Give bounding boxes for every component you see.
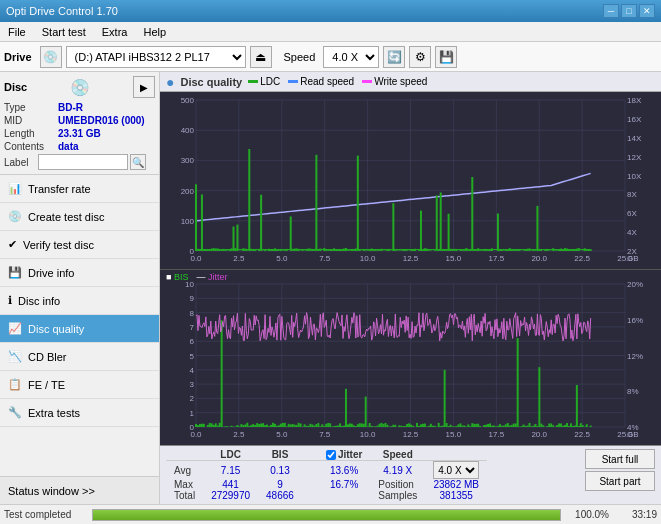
progress-pct: 100.0% — [569, 509, 609, 520]
label-btn[interactable]: 🔍 — [130, 154, 146, 170]
chart-legend: LDC Read speed Write speed — [248, 76, 427, 87]
disc-panel-icon: 💿 — [70, 78, 90, 97]
label-key: Label — [4, 157, 36, 168]
status-window-button[interactable]: Status window >> — [0, 476, 159, 504]
sidebar-item-cd-bler[interactable]: 📉 CD Bler — [0, 343, 159, 371]
bottom-chart: ■ BIS — Jitter — [160, 270, 661, 445]
menu-help[interactable]: Help — [139, 25, 170, 39]
sidebar-item-disc-quality[interactable]: 📈 Disc quality — [0, 315, 159, 343]
drive-icon-btn[interactable]: 💿 — [40, 46, 62, 68]
position-value: 23862 MB — [425, 479, 487, 490]
window-controls: ─ □ ✕ — [603, 4, 655, 18]
sidebar-item-verify-test-disc[interactable]: ✔ Verify test disc — [0, 231, 159, 259]
avg-label: Avg — [166, 461, 203, 480]
length-label: Length — [4, 128, 56, 139]
type-value: BD-R — [58, 102, 83, 113]
read-label: Read speed — [300, 76, 354, 87]
contents-label: Contents — [4, 141, 56, 152]
maximize-button[interactable]: □ — [621, 4, 637, 18]
disc-quality-label: Disc quality — [28, 323, 84, 335]
stats-table: LDC BIS Jitter Speed — [166, 449, 487, 501]
jitter-legend: — Jitter — [196, 272, 227, 282]
speed-label: Speed — [284, 51, 316, 63]
avg-bis: 0.13 — [258, 461, 302, 480]
type-label: Type — [4, 102, 56, 113]
sidebar-item-drive-info[interactable]: 💾 Drive info — [0, 259, 159, 287]
extra-tests-icon: 🔧 — [8, 406, 22, 419]
write-dot — [362, 80, 372, 83]
max-label: Max — [166, 479, 203, 490]
avg-speed: 4.19 X — [370, 461, 425, 480]
sidebar-item-extra-tests[interactable]: 🔧 Extra tests — [0, 399, 159, 427]
drive-info-label: Drive info — [28, 267, 74, 279]
max-jitter: 16.7% — [318, 479, 370, 490]
main-layout: Disc 💿 ▶ Type BD-R MID UMEBDR016 (000) L… — [0, 72, 661, 504]
drive-label: Drive — [4, 51, 32, 63]
col-bis: BIS — [258, 449, 302, 461]
close-button[interactable]: ✕ — [639, 4, 655, 18]
disc-info-nav-icon: ℹ — [8, 294, 12, 307]
titlebar: Opti Drive Control 1.70 ─ □ ✕ — [0, 0, 661, 22]
create-test-label: Create test disc — [28, 211, 104, 223]
sidebar-item-transfer-rate[interactable]: 📊 Transfer rate — [0, 175, 159, 203]
speed-dropdown[interactable]: 4.0 X — [433, 461, 479, 479]
max-ldc: 441 — [203, 479, 258, 490]
menu-start-test[interactable]: Start test — [38, 25, 90, 39]
total-label: Total — [166, 490, 203, 501]
save-button[interactable]: 💾 — [435, 46, 457, 68]
legend-ldc: LDC — [248, 76, 280, 87]
jitter-checkbox[interactable] — [326, 450, 336, 460]
cd-bler-label: CD Bler — [28, 351, 67, 363]
speed-select[interactable]: 4.0 X — [323, 46, 379, 68]
charts-and-stats: ■ BIS — Jitter LDC BIS — [160, 92, 661, 504]
refresh-button[interactable]: 🔄 — [383, 46, 405, 68]
sidebar-item-fe-te[interactable]: 📋 FE / TE — [0, 371, 159, 399]
sidebar: Disc 💿 ▶ Type BD-R MID UMEBDR016 (000) L… — [0, 72, 160, 504]
disc-info-nav-label: Disc info — [18, 295, 60, 307]
col-speed-hdr: Speed — [370, 449, 425, 461]
sidebar-item-disc-info[interactable]: ℹ Disc info — [0, 287, 159, 315]
transfer-rate-icon: 📊 — [8, 182, 22, 195]
verify-test-icon: ✔ — [8, 238, 17, 251]
read-dot — [288, 80, 298, 83]
ldc-label: LDC — [260, 76, 280, 87]
label-input[interactable] — [38, 154, 128, 170]
mid-label: MID — [4, 115, 56, 126]
samples-label: Samples — [370, 490, 425, 501]
eject-button[interactable]: ⏏ — [250, 46, 272, 68]
sidebar-item-create-test-disc[interactable]: 💿 Create test disc — [0, 203, 159, 231]
verify-test-label: Verify test disc — [23, 239, 94, 251]
status-text: Test completed — [4, 509, 84, 520]
start-part-button[interactable]: Start part — [585, 471, 655, 491]
bis-legend: ■ BIS — [166, 272, 188, 282]
menu-extra[interactable]: Extra — [98, 25, 132, 39]
nav-items: 📊 Transfer rate 💿 Create test disc ✔ Ver… — [0, 175, 159, 427]
ldc-dot — [248, 80, 258, 83]
fe-te-icon: 📋 — [8, 378, 22, 391]
settings-button[interactable]: ⚙ — [409, 46, 431, 68]
menubar: File Start test Extra Help — [0, 22, 661, 42]
progress-bar — [92, 509, 561, 521]
drive-select[interactable]: (D:) ATAPI iHBS312 2 PL17 — [66, 46, 246, 68]
max-bis: 9 — [258, 479, 302, 490]
total-ldc: 2729970 — [203, 490, 258, 501]
disc-quality-icon: 📈 — [8, 322, 22, 335]
disc-panel-title: Disc — [4, 81, 27, 93]
start-full-button[interactable]: Start full — [585, 449, 655, 469]
write-label: Write speed — [374, 76, 427, 87]
statusbar: Test completed 100.0% 33:19 — [0, 504, 661, 524]
contents-value: data — [58, 141, 79, 152]
menu-file[interactable]: File — [4, 25, 30, 39]
top-chart — [160, 92, 661, 270]
bottom-legend: ■ BIS — Jitter — [166, 272, 227, 282]
minimize-button[interactable]: ─ — [603, 4, 619, 18]
dq-title: Disc quality — [180, 76, 242, 88]
position-label: Position — [370, 479, 425, 490]
max-row: Max 441 9 16.7% Position 23862 MB — [166, 479, 487, 490]
disc-info-icon[interactable]: ▶ — [133, 76, 155, 98]
disc-quality-header: ● Disc quality LDC Read speed Write spee… — [160, 72, 661, 92]
status-window-label: Status window >> — [8, 485, 95, 497]
stats-top-row: LDC BIS Jitter Speed — [166, 449, 655, 501]
cd-bler-icon: 📉 — [8, 350, 22, 363]
create-test-icon: 💿 — [8, 210, 22, 223]
